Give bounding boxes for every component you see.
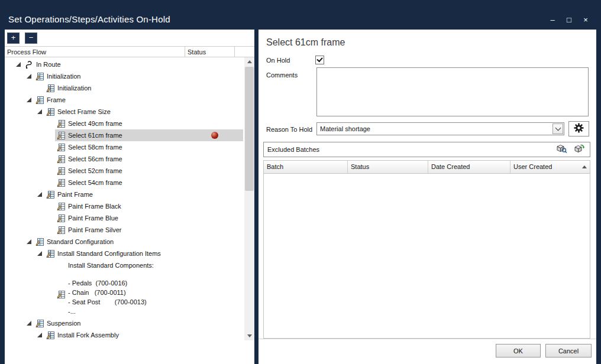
tree-item[interactable]: Paint Frame Black <box>5 200 244 212</box>
detail-title: Select 61cm frame <box>266 37 345 48</box>
tree-item-label: Select 58cm frame <box>68 144 122 151</box>
activity-icon <box>57 202 66 211</box>
tree-item-label: Suspension <box>47 320 81 327</box>
tree-item[interactable]: Initialization <box>5 70 244 82</box>
tree-item[interactable]: Select Frame Size <box>5 106 244 118</box>
window-controls: – □ × <box>549 16 589 24</box>
ok-button[interactable]: OK <box>496 344 541 358</box>
step-icon <box>46 249 55 258</box>
collapse-all-button[interactable]: − <box>25 32 37 44</box>
tree-expander-icon[interactable] <box>34 329 44 340</box>
reason-to-hold-label: Reason To Hold <box>266 126 312 133</box>
scroll-down-button[interactable] <box>244 332 254 340</box>
activity-icon <box>57 155 66 164</box>
tree-item[interactable]: Suspension <box>5 317 244 329</box>
tree-expander-spacer <box>45 291 55 303</box>
window-title: Set Operations/Steps/Activities On-Hold <box>8 14 170 24</box>
tree-item[interactable]: Select 49cm frame <box>5 118 244 129</box>
tree-item[interactable]: - Pedals (700-0016)- Chain (700-0011)- S… <box>5 271 244 317</box>
tree-expander-icon[interactable] <box>24 94 34 106</box>
tree-item-label: Standard Configuration <box>47 238 114 245</box>
operation-icon <box>35 238 44 246</box>
tree-item[interactable]: Standard Configuration <box>5 236 244 248</box>
tree-item[interactable]: Frame <box>5 94 244 106</box>
batches-table-header: Batch Status Date Created User Created <box>264 161 590 174</box>
icon-spacer <box>57 261 66 270</box>
reason-settings-button[interactable] <box>568 121 589 136</box>
tree-expander-spacer <box>45 153 55 165</box>
column-header-process-flow[interactable]: Process Flow <box>5 47 185 57</box>
column-header-date-created[interactable]: Date Created <box>428 161 510 173</box>
tree-item[interactable]: Paint Frame <box>5 188 244 200</box>
column-header-batch[interactable]: Batch <box>264 161 348 173</box>
scrollbar-thumb[interactable] <box>245 67 254 191</box>
column-header-user-created-label: User Created <box>513 163 552 170</box>
tree-item[interactable]: In Route <box>5 58 244 70</box>
process-flow-panel: + − Process Flow Status In RouteInitiali… <box>5 30 254 364</box>
expand-all-button[interactable]: + <box>7 32 20 44</box>
tree-expander-spacer <box>45 177 55 188</box>
tree-item[interactable]: Install Standard Components: <box>5 259 244 271</box>
tree-expander-spacer <box>45 129 55 141</box>
tree-items: In RouteInitializationInitializationFram… <box>5 57 244 340</box>
excluded-batches-table: Batch Status Date Created User Created <box>263 160 590 339</box>
chevron-down-icon <box>555 125 561 131</box>
arrow-down-icon <box>247 334 252 337</box>
on-hold-checkbox[interactable] <box>315 56 324 64</box>
tree-item-label: In Route <box>36 61 61 68</box>
comments-input[interactable] <box>316 67 589 116</box>
search-batch-button[interactable] <box>554 144 568 155</box>
reason-to-hold-select[interactable]: Material shortage <box>316 122 564 135</box>
tree-expander-icon[interactable] <box>34 248 44 259</box>
tree-expander-icon[interactable] <box>24 70 34 82</box>
tree-expander-icon[interactable] <box>24 317 34 329</box>
tree-item[interactable]: Select 54cm frame <box>5 177 244 188</box>
activity-icon <box>57 226 66 235</box>
arrow-up-icon <box>247 60 252 63</box>
tree-item[interactable]: Initialization <box>5 82 244 94</box>
tree-expander-icon[interactable] <box>13 58 23 70</box>
add-batch-button[interactable] <box>572 144 586 155</box>
tree-item[interactable]: Select 56cm frame <box>5 153 244 165</box>
tree-expander-icon[interactable] <box>34 106 44 118</box>
batches-table-body <box>264 174 590 339</box>
tree-item[interactable]: Install Standard Configuration Items <box>5 248 244 259</box>
scroll-up-button[interactable] <box>244 57 254 66</box>
tree-item[interactable]: Install Fork Assembly <box>5 329 244 340</box>
add-batch-icon <box>574 144 585 156</box>
tree-expander-spacer <box>45 118 55 129</box>
column-header-batch-status[interactable]: Status <box>348 161 428 173</box>
dialog-window: Set Operations/Steps/Activities On-Hold … <box>0 0 601 364</box>
tree-item[interactable]: Select 61cm frame <box>5 129 244 141</box>
tree-expander-spacer <box>45 212 55 224</box>
tree-item-label: Frame <box>47 96 66 103</box>
operation-icon <box>35 72 44 81</box>
column-header-status[interactable]: Status <box>185 47 235 57</box>
maximize-button[interactable]: □ <box>566 16 573 24</box>
tree-item-label: Paint Frame Blue <box>68 214 118 222</box>
close-button[interactable]: × <box>582 16 589 24</box>
tree-item[interactable]: Select 52cm frame <box>5 165 244 177</box>
activity-icon <box>57 119 66 128</box>
tree-scrollbar[interactable] <box>244 57 254 340</box>
tree-item-label: Select Frame Size <box>57 108 111 115</box>
excluded-batches-toolbar <box>554 144 590 155</box>
minimize-button[interactable]: – <box>549 16 556 24</box>
cancel-button[interactable]: Cancel <box>545 344 592 358</box>
activity-icon <box>57 178 66 187</box>
tree-item-label: Select 52cm frame <box>68 167 122 174</box>
sort-ascending-icon <box>582 165 587 168</box>
tree-item-label: Install Standard Components: <box>68 262 154 269</box>
tree-expander-spacer <box>45 200 55 212</box>
tree-item[interactable]: Paint Frame Silver <box>5 224 244 236</box>
tree-expander-icon[interactable] <box>24 236 34 248</box>
dropdown-button[interactable] <box>552 124 563 134</box>
tree-expander-icon[interactable] <box>34 188 44 200</box>
tree-item[interactable]: Paint Frame Blue <box>5 212 244 224</box>
column-header-user-created[interactable]: User Created <box>510 161 590 173</box>
activity-icon <box>57 214 66 223</box>
tree-expander-spacer <box>45 259 55 271</box>
tree-item[interactable]: Select 58cm frame <box>5 141 244 153</box>
operation-icon <box>35 96 44 105</box>
tree-item-label: Paint Frame <box>57 191 93 198</box>
